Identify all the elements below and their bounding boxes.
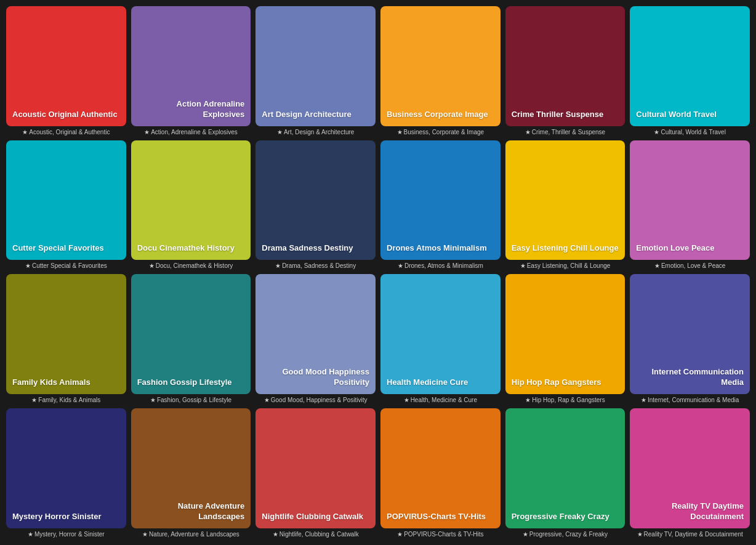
card-wrapper-nature: Nature Adventure Landscapes★Nature, Adve… — [131, 408, 251, 538]
card-popvirus[interactable]: POPVIRUS-Charts TV-Hits — [380, 408, 501, 528]
card-title-action: Action Adrenaline Explosives — [137, 99, 245, 120]
card-emotion[interactable]: Emotion Love Peace — [630, 140, 750, 260]
star-icon: ★ — [525, 397, 531, 403]
card-wrapper-fashion: Fashion Gossip Lifestyle★Fashion, Gossip… — [131, 274, 251, 403]
card-label-fashion: ★Fashion, Gossip & Lifestyle — [131, 397, 251, 403]
card-cutter[interactable]: Cutter Special Favorites — [6, 140, 126, 260]
card-mystery[interactable]: Mystery Horror Sinister — [6, 408, 126, 528]
card-title-mystery: Mystery Horror Sinister — [12, 512, 102, 522]
card-title-hiphop: Hip Hop Rap Gangsters — [512, 377, 601, 388]
card-wrapper-mystery: Mystery Horror Sinister★Mystery, Horror … — [6, 408, 126, 538]
star-icon: ★ — [525, 129, 531, 135]
star-icon: ★ — [397, 531, 403, 538]
card-progressive[interactable]: Progressive Freaky Crazy — [505, 408, 625, 528]
card-wrapper-drama: Drama Sadness Destiny★Drama, Sadness & D… — [255, 140, 376, 270]
card-label-hiphop: ★Hip Hop, Rap & Gangsters — [505, 397, 625, 403]
card-reality[interactable]: Reality TV Daytime Docutainment — [630, 408, 750, 528]
card-acoustic[interactable]: Acoustic Original Authentic — [6, 6, 126, 126]
star-icon: ★ — [25, 262, 31, 269]
card-wrapper-business: Business Corporate Image★Business, Corpo… — [380, 6, 501, 135]
card-label-acoustic: ★Acoustic, Original & Authentic — [6, 129, 126, 135]
card-fashion[interactable]: Fashion Gossip Lifestyle — [131, 274, 251, 394]
star-icon: ★ — [28, 531, 33, 538]
card-wrapper-easy: Easy Listening Chill Lounge★Easy Listeni… — [505, 140, 625, 270]
star-icon: ★ — [277, 129, 283, 135]
card-label-docu: ★Docu, Cinemathek & History — [131, 262, 251, 269]
star-icon: ★ — [264, 397, 270, 403]
card-drama[interactable]: Drama Sadness Destiny — [255, 140, 376, 260]
card-title-nature: Nature Adventure Landscapes — [137, 501, 245, 522]
card-hiphop[interactable]: Hip Hop Rap Gangsters — [505, 274, 625, 394]
star-icon: ★ — [142, 531, 148, 538]
card-label-cutter: ★Cutter Special & Favourites — [6, 262, 126, 269]
card-label-popvirus: ★POPVIRUS-Charts & TV-Hits — [380, 531, 501, 538]
card-wrapper-family: Family Kids Animals★Family, Kids & Anima… — [6, 274, 126, 403]
card-title-easy: Easy Listening Chill Lounge — [512, 243, 619, 254]
card-action[interactable]: Action Adrenaline Explosives — [131, 6, 251, 126]
card-nightlife[interactable]: Nightlife Clubbing Catwalk — [255, 408, 376, 528]
card-title-emotion: Emotion Love Peace — [636, 243, 714, 254]
card-title-nightlife: Nightlife Clubbing Catwalk — [262, 512, 363, 522]
star-icon: ★ — [523, 531, 528, 538]
card-label-business: ★Business, Corporate & Image — [380, 129, 501, 135]
card-wrapper-popvirus: POPVIRUS-Charts TV-Hits★POPVIRUS-Charts … — [380, 408, 501, 538]
card-wrapper-goodmood: Good Mood Happiness Positivity★Good Mood… — [255, 274, 376, 403]
card-title-popvirus: POPVIRUS-Charts TV-Hits — [387, 512, 486, 522]
card-wrapper-drones: Drones Atmos Minimalism★Drones, Atmos & … — [380, 140, 501, 270]
card-art[interactable]: Art Design Architecture — [255, 6, 376, 126]
card-wrapper-nightlife: Nightlife Clubbing Catwalk★Nightlife, Cl… — [255, 408, 376, 538]
card-wrapper-progressive: Progressive Freaky Crazy★Progressive, Cr… — [505, 408, 625, 538]
card-internet[interactable]: Internet Communication Media — [630, 274, 750, 394]
card-label-easy: ★Easy Listening, Chill & Lounge — [505, 262, 625, 269]
card-health[interactable]: Health Medicine Cure — [380, 274, 501, 394]
card-title-fashion: Fashion Gossip Lifestyle — [137, 377, 232, 388]
card-label-reality: ★Reality TV, Daytime & Docutainment — [630, 531, 750, 538]
card-business[interactable]: Business Corporate Image — [380, 6, 501, 126]
card-label-nightlife: ★Nightlife, Clubbing & Catwalk — [255, 531, 376, 538]
card-label-mystery: ★Mystery, Horror & Sinister — [6, 531, 126, 538]
star-icon: ★ — [520, 262, 526, 269]
star-icon: ★ — [31, 397, 37, 403]
card-label-drones: ★Drones, Atmos & Minimalism — [380, 262, 501, 269]
card-wrapper-reality: Reality TV Daytime Docutainment★Reality … — [630, 408, 750, 538]
card-wrapper-docu: Docu Cinemathek History★Docu, Cinemathek… — [131, 140, 251, 270]
card-goodmood[interactable]: Good Mood Happiness Positivity — [255, 274, 376, 394]
card-title-cultural: Cultural World Travel — [636, 110, 717, 120]
card-wrapper-cultural: Cultural World Travel★Cultural, World & … — [630, 6, 750, 135]
card-title-art: Art Design Architecture — [262, 110, 351, 120]
card-title-health: Health Medicine Cure — [387, 377, 468, 388]
card-label-nature: ★Nature, Adventure & Landscapes — [131, 531, 251, 538]
card-nature[interactable]: Nature Adventure Landscapes — [131, 408, 251, 528]
star-icon: ★ — [273, 531, 278, 538]
card-wrapper-acoustic: Acoustic Original Authentic★Acoustic, Or… — [6, 6, 126, 135]
card-label-emotion: ★Emotion, Love & Peace — [630, 262, 750, 269]
card-title-cutter: Cutter Special Favorites — [12, 243, 104, 254]
card-wrapper-crime: Crime Thriller Suspense★Crime, Thriller … — [505, 6, 625, 135]
card-label-action: ★Action, Adrenaline & Explosives — [131, 129, 251, 135]
card-easy[interactable]: Easy Listening Chill Lounge — [505, 140, 625, 260]
star-icon: ★ — [404, 397, 409, 403]
card-title-internet: Internet Communication Media — [636, 367, 744, 388]
star-icon: ★ — [654, 262, 660, 269]
card-title-goodmood: Good Mood Happiness Positivity — [262, 367, 369, 388]
card-label-health: ★Health, Medicine & Cure — [380, 397, 501, 403]
card-label-internet: ★Internet, Communication & Media — [630, 397, 750, 403]
card-wrapper-health: Health Medicine Cure★Health, Medicine & … — [380, 274, 501, 403]
card-title-progressive: Progressive Freaky Crazy — [512, 512, 609, 522]
star-icon: ★ — [398, 262, 403, 269]
card-crime[interactable]: Crime Thriller Suspense — [505, 6, 625, 126]
card-drones[interactable]: Drones Atmos Minimalism — [380, 140, 501, 260]
star-icon: ★ — [275, 262, 281, 269]
card-label-family: ★Family, Kids & Animals — [6, 397, 126, 403]
card-wrapper-action: Action Adrenaline Explosives★Action, Adr… — [131, 6, 251, 135]
card-label-art: ★Art, Design & Architecture — [255, 129, 376, 135]
card-title-drones: Drones Atmos Minimalism — [387, 243, 487, 254]
star-icon: ★ — [637, 531, 643, 538]
card-cultural[interactable]: Cultural World Travel — [630, 6, 750, 126]
card-label-progressive: ★Progressive, Crazy & Freaky — [505, 531, 625, 538]
card-family[interactable]: Family Kids Animals — [6, 274, 126, 394]
card-title-business: Business Corporate Image — [387, 110, 488, 120]
card-title-family: Family Kids Animals — [12, 377, 90, 388]
card-docu[interactable]: Docu Cinemathek History — [131, 140, 251, 260]
card-wrapper-internet: Internet Communication Media★Internet, C… — [630, 274, 750, 403]
